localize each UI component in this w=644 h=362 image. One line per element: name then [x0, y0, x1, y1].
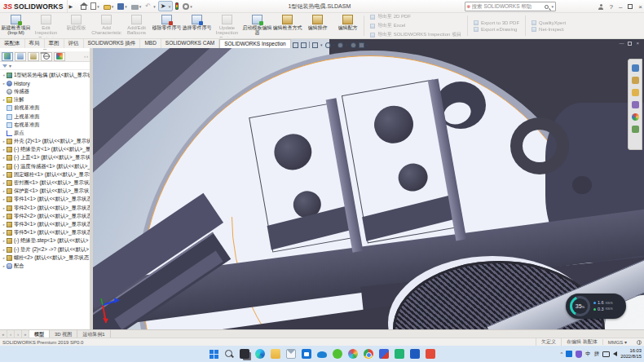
feature-tree-item[interactable]: 原点: [0, 129, 90, 137]
feature-tree-item[interactable]: ▸ 零件2<1> (默认<<默认>_显示状态: [0, 204, 90, 212]
feature-tree-item[interactable]: ▸ 螺栓<2> (默认<<默认>_显示状态: [0, 254, 90, 262]
ime-language-indicator[interactable]: 中: [585, 351, 591, 358]
graphics-viewport[interactable]: ▾ ▾ ▾ ▾ — × 35% 1.6KB/S 0.3KB/S: [93, 39, 644, 329]
model-tab[interactable]: 模型: [29, 330, 50, 338]
view-settings-icon[interactable]: [359, 42, 364, 48]
ribbon-button[interactable]: 选择零件序号: [182, 13, 212, 38]
feature-tree-item[interactable]: ▸ (-) 垫片 (2)<2> ->? (默认<<默认>: [0, 245, 90, 254]
wechat-icon[interactable]: [333, 349, 342, 359]
motion-study-tab[interactable]: 运动算例1: [77, 330, 110, 338]
propertymanager-tab[interactable]: [15, 52, 26, 61]
feature-tree-item[interactable]: ▸ (-) 绝缘垫.step<1> (默认<<默认>: [0, 237, 90, 245]
units-selector[interactable]: MMGS ▾: [602, 339, 632, 345]
undo-button[interactable]: ↶▾: [143, 1, 157, 11]
ribbon-button[interactable]: Add/Edit Balloons: [121, 13, 152, 38]
featuremanager-tree-tab[interactable]: [2, 52, 13, 61]
minimize-button[interactable]: –: [619, 3, 622, 11]
configurationmanager-tab[interactable]: [28, 52, 39, 61]
export-edrawing[interactable]: Export eDrawing: [474, 27, 519, 32]
feature-tree-item[interactable]: ▸ 零件5<1> (默认<<默认>_显示状态: [0, 229, 90, 237]
edge-browser-icon[interactable]: [255, 349, 265, 359]
export-inspection-project[interactable]: 导出至 SOLIDWORKS Inspection 项目: [370, 31, 461, 38]
taskbar-search-icon[interactable]: [224, 349, 234, 359]
restore-button[interactable]: [628, 4, 633, 9]
command-tab[interactable]: 布局: [25, 39, 45, 48]
ribbon-button[interactable]: 启动模板编辑器: [242, 13, 272, 38]
feature-tree-item[interactable]: 上视基准面: [0, 113, 90, 121]
feishu-icon[interactable]: [395, 349, 404, 359]
feature-tree-item[interactable]: ▸ 保护套<1> (默认<<默认>_显示状: [0, 188, 90, 196]
help-search-box[interactable]: ⌾ 搜索 SOLIDWORKS 帮助 ▾: [465, 2, 556, 11]
rebuild-button[interactable]: [174, 1, 180, 11]
tray-shield-icon[interactable]: [576, 351, 582, 358]
child-minimize-icon[interactable]: —: [619, 41, 624, 46]
new-file-button[interactable]: ▾: [89, 1, 101, 11]
tab-nav-prev-icon[interactable]: ‹: [7, 330, 15, 338]
home-button[interactable]: [79, 1, 88, 11]
save-button[interactable]: ▾: [116, 1, 129, 11]
login-icon[interactable]: [598, 4, 603, 9]
command-tab[interactable]: SOLIDWORKS Inspection: [219, 39, 291, 48]
ribbon-button[interactable]: 新建检查项目 (Imp:M): [1, 13, 31, 38]
command-tab[interactable]: 草图: [45, 39, 64, 48]
edit-appearance-icon[interactable]: [351, 42, 356, 48]
feature-tree-item[interactable]: ▸ 外壳 (2)<1> (默认<<默认>_显示状: [0, 138, 90, 146]
export-2d-pdf[interactable]: 导出至 2D PDF: [370, 13, 461, 20]
ribbon-button[interactable]: 新建模板: [61, 13, 91, 38]
tray-expand-icon[interactable]: ^: [560, 351, 562, 356]
mail-icon[interactable]: [286, 349, 296, 359]
net-inspect-button[interactable]: Net-Inspect: [532, 27, 566, 32]
feature-tree-item[interactable]: ▸ 零件3<1> (默认<<默认>_显示状态: [0, 220, 90, 228]
design-library-icon[interactable]: [632, 77, 639, 84]
onedrive-icon[interactable]: [317, 351, 327, 358]
tree-filter-row[interactable]: ▾: [0, 62, 90, 70]
wps-icon[interactable]: [426, 349, 435, 359]
feature-tree-item[interactable]: 前视基准面: [0, 104, 90, 113]
command-tab[interactable]: 评估: [64, 39, 84, 48]
close-button[interactable]: ×: [638, 3, 642, 11]
feature-tree-item[interactable]: 传感器: [0, 87, 90, 95]
task-pane-home-icon[interactable]: [632, 64, 639, 72]
feature-tree-item[interactable]: ▾ 1型铠装热电偶 (默认<默认_显示状态-1: [0, 71, 90, 79]
custom-properties-icon[interactable]: [632, 126, 639, 133]
menu-expand-arrow-icon[interactable]: ▶: [69, 3, 73, 9]
export-excel[interactable]: 导出至 Excel: [370, 22, 461, 29]
help-button[interactable]: ?: [609, 3, 612, 11]
feature-tree-item[interactable]: ▸ History: [0, 79, 90, 87]
panel-splitter[interactable]: [90, 48, 93, 329]
globe-icon[interactable]: [637, 340, 642, 345]
display-tray-icon[interactable]: [602, 351, 610, 357]
open-file-button[interactable]: ▾: [102, 1, 116, 11]
feature-tree-item[interactable]: ▸ 零件1<1> (默认<<默认>_显示状态: [0, 196, 90, 204]
tab-nav-first-icon[interactable]: «: [0, 330, 7, 338]
tab-nav-last-icon[interactable]: »: [22, 330, 29, 338]
feature-tree-item[interactable]: ▸ 配合: [0, 262, 90, 270]
ribbon-button[interactable]: 移除零件序号: [152, 13, 182, 38]
command-tab[interactable]: MBD: [140, 39, 161, 48]
start-button[interactable]: [210, 350, 218, 359]
displaymanager-tab[interactable]: [54, 52, 65, 61]
search-options-arrow-icon[interactable]: ▾: [551, 4, 554, 9]
command-tab[interactable]: SOLIDWORKS 插件: [84, 39, 141, 48]
feature-tree-item[interactable]: ▸ (-) 温度传感器<1> (默认<<默认>_显: [0, 162, 90, 170]
feature-tree-item[interactable]: ▸ 密封圈<1> (默认<<默认>_显示状态: [0, 179, 90, 187]
3d-views-tab[interactable]: 3D 视图: [50, 330, 77, 338]
appearances-icon[interactable]: [632, 113, 639, 121]
hide-show-items-icon[interactable]: [337, 42, 343, 48]
file-explorer-taskbar-icon[interactable]: [271, 349, 280, 359]
child-close-icon[interactable]: ×: [636, 41, 639, 46]
ribbon-button[interactable]: 编辑配方: [333, 13, 363, 38]
view-palette-icon[interactable]: [632, 101, 639, 108]
speaker-icon[interactable]: [613, 351, 617, 356]
file-explorer-icon[interactable]: [632, 89, 639, 96]
ribbon-button[interactable]: 编辑检查方式: [272, 13, 302, 38]
feature-tree-item[interactable]: ▸ 固定螺栓<1> (默认<<默认>_显示状: [0, 170, 90, 179]
display-style-icon[interactable]: [325, 42, 331, 48]
select-button[interactable]: ➤▾: [158, 1, 174, 11]
print-button[interactable]: ▾: [130, 1, 143, 11]
photos-icon[interactable]: [348, 349, 358, 359]
search-icon[interactable]: [545, 5, 549, 9]
taskbar-clock[interactable]: 16:03 2022/8/15: [620, 348, 642, 359]
ribbon-button[interactable]: Add Characteristic: [91, 13, 121, 38]
task-view-icon[interactable]: [240, 349, 249, 359]
